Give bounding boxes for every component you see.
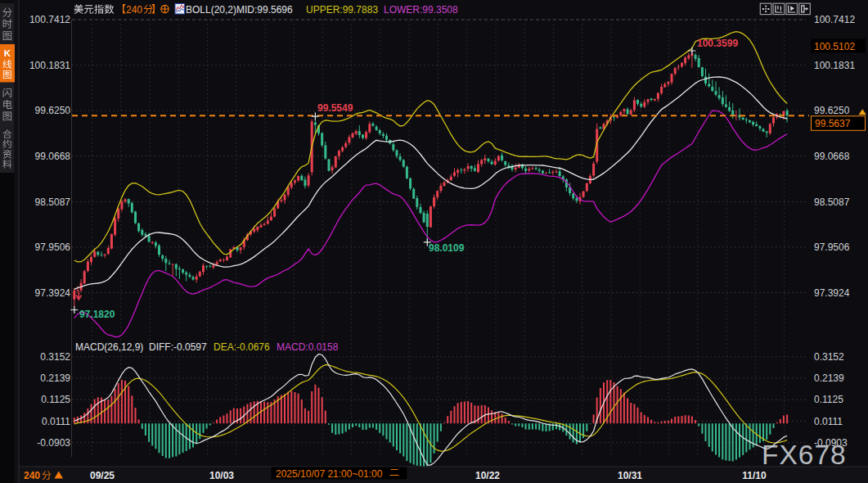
svg-text:10/31: 10/31 bbox=[618, 470, 642, 481]
svg-text:10/22: 10/22 bbox=[475, 470, 500, 481]
svg-text:240: 240 bbox=[24, 470, 40, 481]
svg-text:0.3152: 0.3152 bbox=[40, 351, 70, 363]
svg-text:97.3924: 97.3924 bbox=[814, 287, 850, 299]
svg-text:K: K bbox=[4, 48, 11, 58]
svg-text:BOLL(20,2): BOLL(20,2) bbox=[186, 4, 236, 16]
svg-text:10/03: 10/03 bbox=[209, 470, 234, 481]
svg-text:-0.0903: -0.0903 bbox=[37, 437, 70, 449]
svg-text:0.3152: 0.3152 bbox=[814, 351, 844, 363]
svg-text:99.6250: 99.6250 bbox=[35, 105, 71, 116]
svg-text:LOWER:99.3508: LOWER:99.3508 bbox=[384, 4, 458, 16]
svg-text:98.0109: 98.0109 bbox=[429, 242, 465, 254]
svg-text:99.0668: 99.0668 bbox=[814, 151, 850, 162]
svg-text:0.0111: 0.0111 bbox=[814, 416, 843, 427]
svg-text:99.6250: 99.6250 bbox=[814, 105, 850, 116]
svg-text:MID:99.5696: MID:99.5696 bbox=[236, 4, 293, 16]
svg-text:100.5102: 100.5102 bbox=[814, 41, 855, 52]
svg-text:0.1125: 0.1125 bbox=[41, 394, 70, 405]
svg-text:97.3924: 97.3924 bbox=[35, 287, 71, 299]
svg-text:11/10: 11/10 bbox=[742, 470, 767, 481]
svg-text:97.1820: 97.1820 bbox=[79, 309, 115, 320]
svg-text:MACD:0.0158: MACD:0.0158 bbox=[277, 341, 339, 353]
svg-text:99.5549: 99.5549 bbox=[317, 102, 353, 114]
svg-text:98.5087: 98.5087 bbox=[814, 196, 850, 208]
svg-text:100.1831: 100.1831 bbox=[29, 60, 70, 71]
svg-text:100.1831: 100.1831 bbox=[814, 60, 855, 71]
svg-text:UPPER:99.7883: UPPER:99.7883 bbox=[306, 4, 378, 16]
svg-text:0.2139: 0.2139 bbox=[814, 372, 844, 384]
svg-text:0.0111: 0.0111 bbox=[42, 416, 70, 427]
svg-text:0.1125: 0.1125 bbox=[814, 394, 843, 405]
svg-text:FX678: FX678 bbox=[762, 440, 847, 470]
svg-text:100.3599: 100.3599 bbox=[697, 38, 738, 49]
svg-text:100.7412: 100.7412 bbox=[29, 14, 70, 25]
svg-text:0.2139: 0.2139 bbox=[40, 372, 70, 384]
svg-text:98.5087: 98.5087 bbox=[35, 196, 71, 208]
svg-text:240: 240 bbox=[126, 4, 142, 16]
svg-text:97.9506: 97.9506 bbox=[35, 242, 71, 253]
svg-text:99.5637: 99.5637 bbox=[815, 118, 851, 129]
svg-text:DEA:-0.0676: DEA:-0.0676 bbox=[214, 341, 270, 353]
svg-text:DIFF:-0.0597: DIFF:-0.0597 bbox=[149, 341, 207, 353]
svg-text:97.9506: 97.9506 bbox=[814, 242, 850, 253]
svg-text:09/25: 09/25 bbox=[90, 470, 115, 481]
svg-text:MACD(26,12,9): MACD(26,12,9) bbox=[75, 341, 143, 353]
svg-text:100.7412: 100.7412 bbox=[814, 14, 855, 25]
svg-text:99.0668: 99.0668 bbox=[35, 151, 71, 162]
svg-text:2025/10/07 21:00~01:00: 2025/10/07 21:00~01:00 bbox=[276, 468, 383, 480]
